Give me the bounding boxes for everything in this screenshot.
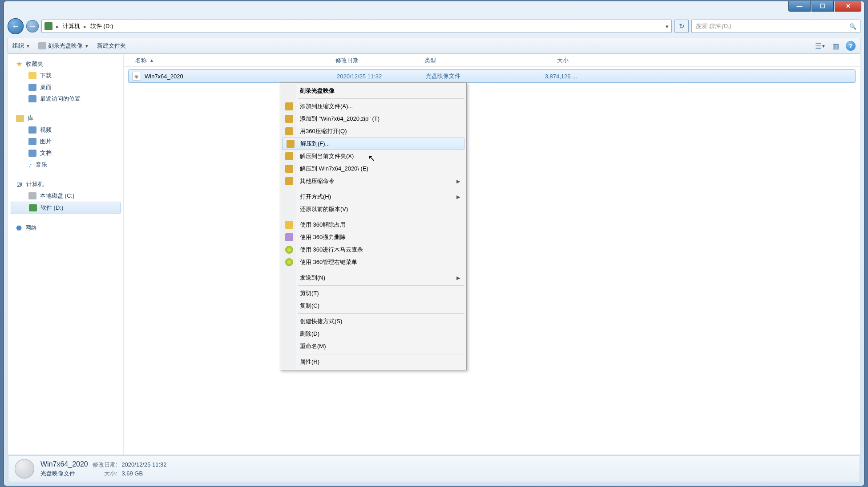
ctx-360-force-delete[interactable]: 使用 360强力删除 — [281, 231, 465, 244]
menu-separator — [298, 313, 464, 314]
menu-separator — [298, 98, 464, 99]
chevron-right-icon: ▸ — [55, 23, 60, 30]
chevron-right-icon: ▸ — [83, 23, 88, 30]
ctx-send-to[interactable]: 发送到(N)▶ — [281, 272, 465, 284]
music-icon: ♪ — [28, 161, 32, 169]
ctx-add-zip[interactable]: 添加到 "Win7x64_2020.zip" (T) — [281, 113, 465, 125]
sidebar-item-video[interactable]: 视频 — [8, 124, 123, 136]
archive-icon — [285, 177, 293, 185]
menu-separator — [298, 217, 464, 217]
chevron-right-icon: ▶ — [456, 194, 460, 200]
search-input[interactable]: 搜索 软件 (D:) 🔍 — [691, 20, 860, 33]
ctx-extract-folder[interactable]: 解压到 Win7x64_2020\ (E) — [281, 162, 465, 175]
file-name: Win7x64_2020 — [145, 73, 337, 80]
disk-icon — [29, 204, 37, 211]
video-icon — [28, 126, 36, 134]
sidebar-item-drive-d[interactable]: 软件 (D:) — [11, 202, 121, 214]
close-button[interactable]: ✕ — [835, 1, 861, 12]
sidebar-item-documents[interactable]: 文档 — [8, 147, 123, 159]
sidebar-computer[interactable]: 🖳计算机 — [8, 179, 123, 190]
ctx-360-unlock[interactable]: 使用 360解除占用 — [281, 219, 465, 231]
organize-button[interactable]: 组织▼ — [12, 42, 30, 50]
col-name[interactable]: 名称▲ — [132, 57, 332, 65]
explorer-window: — ☐ ✕ ← → ▸ 计算机 ▸ 软件 (D:) ▾ ↻ 搜索 软件 (D:)… — [4, 1, 864, 486]
details-size-label: 大小: — [93, 470, 117, 478]
archive-icon — [285, 152, 293, 160]
menu-separator — [298, 354, 464, 354]
ctx-360-trojan-scan[interactable]: 使用 360进行木马云查杀 — [281, 244, 465, 256]
breadcrumb-computer[interactable]: 计算机 — [63, 22, 80, 30]
column-headers: 名称▲ 修改日期 类型 大小 — [124, 54, 860, 67]
col-date[interactable]: 修改日期 — [332, 57, 421, 65]
360-icon — [285, 221, 293, 229]
archive-icon — [285, 102, 293, 110]
sidebar-item-downloads[interactable]: 下载 — [8, 70, 123, 81]
ctx-open-360zip[interactable]: 用360压缩打开(Q) — [281, 125, 465, 138]
maximize-button[interactable]: ☐ — [811, 1, 834, 12]
burn-button[interactable]: 刻录光盘映像▼ — [38, 42, 89, 50]
new-folder-button[interactable]: 新建文件夹 — [97, 42, 126, 50]
ctx-create-shortcut[interactable]: 创建快捷方式(S) — [281, 315, 465, 328]
sidebar-favorites[interactable]: ★收藏夹 — [8, 58, 123, 70]
archive-icon — [285, 165, 293, 173]
sidebar-network[interactable]: ⬣网络 — [8, 222, 123, 234]
iso-file-icon: ◉ — [132, 72, 141, 81]
details-date-label: 修改日期: — [93, 461, 117, 469]
view-mode-button[interactable]: ☰ ▼ — [816, 42, 825, 50]
ctx-cut[interactable]: 剪切(T) — [281, 287, 465, 300]
ctx-properties[interactable]: 属性(R) — [281, 356, 465, 368]
search-placeholder: 搜索 软件 (D:) — [695, 22, 731, 30]
disc-icon — [38, 42, 46, 49]
sidebar-item-music[interactable]: ♪音乐 — [8, 159, 123, 170]
ctx-open-with[interactable]: 打开方式(H)▶ — [281, 191, 465, 203]
ctx-copy[interactable]: 复制(C) — [281, 300, 465, 312]
menu-separator — [298, 270, 464, 270]
computer-icon: 🖳 — [16, 181, 23, 188]
details-type: 光盘映像文件 — [40, 470, 88, 478]
minimize-button[interactable]: — — [788, 1, 811, 12]
address-dropdown-icon[interactable]: ▾ — [666, 23, 669, 30]
context-menu: 刻录光盘映像 添加到压缩文件(A)... 添加到 "Win7x64_2020.z… — [280, 82, 467, 370]
menu-separator — [298, 189, 464, 189]
sidebar-libraries[interactable]: 库 — [8, 113, 123, 124]
ctx-add-archive[interactable]: 添加到压缩文件(A)... — [281, 100, 465, 113]
library-icon — [16, 115, 24, 122]
refresh-button[interactable]: ↻ — [674, 20, 689, 33]
drive-icon — [44, 22, 52, 30]
ctx-rename[interactable]: 重命名(M) — [281, 340, 465, 353]
sidebar-item-desktop[interactable]: 桌面 — [8, 81, 123, 93]
chevron-right-icon: ▶ — [456, 179, 460, 184]
sidebar-item-recent[interactable]: 最近访问的位置 — [8, 93, 123, 105]
col-type[interactable]: 类型 — [421, 57, 510, 65]
folder-icon — [28, 72, 36, 79]
disc-icon — [15, 459, 34, 479]
details-date-value: 2020/12/25 11:32 — [121, 461, 166, 468]
sidebar-item-pictures[interactable]: 图片 — [8, 136, 123, 147]
sidebar-item-drive-c[interactable]: 本地磁盘 (C:) — [8, 190, 123, 202]
file-row[interactable]: ◉ Win7x64_2020 2020/12/25 11:32 光盘映像文件 3… — [128, 69, 856, 83]
preview-pane-button[interactable]: ▥ — [831, 42, 840, 50]
star-icon: ★ — [16, 60, 22, 68]
ctx-extract-here[interactable]: 解压到当前文件夹(X) — [281, 150, 465, 162]
disk-icon — [28, 192, 36, 199]
ctx-other-compress[interactable]: 其他压缩命令▶ — [281, 175, 465, 187]
address-bar[interactable]: ▸ 计算机 ▸ 软件 (D:) ▾ — [41, 20, 672, 33]
col-size[interactable]: 大小 — [510, 57, 572, 65]
menu-separator — [298, 285, 464, 286]
toolbar: 组织▼ 刻录光盘映像▼ 新建文件夹 ☰ ▼ ▥ ? — [8, 38, 860, 54]
ctx-360-manage-menu[interactable]: 使用 360管理右键菜单 — [281, 256, 465, 268]
search-icon: 🔍 — [849, 23, 856, 30]
forward-button[interactable]: → — [26, 20, 39, 32]
ctx-burn[interactable]: 刻录光盘映像 — [281, 85, 465, 97]
details-size-value: 3.69 GB — [121, 470, 166, 477]
breadcrumb-location[interactable]: 软件 (D:) — [90, 22, 113, 30]
ctx-restore-versions[interactable]: 还原以前的版本(V) — [281, 203, 465, 215]
desktop-icon — [28, 84, 36, 91]
ctx-extract-to[interactable]: 解压到(F)... — [282, 138, 464, 150]
ctx-delete[interactable]: 删除(D) — [281, 328, 465, 340]
network-icon: ⬣ — [16, 224, 22, 232]
back-button[interactable]: ← — [8, 18, 24, 34]
file-size: 3,874,126 ... — [515, 73, 577, 80]
file-date: 2020/12/25 11:32 — [337, 73, 426, 80]
help-button[interactable]: ? — [846, 41, 856, 51]
